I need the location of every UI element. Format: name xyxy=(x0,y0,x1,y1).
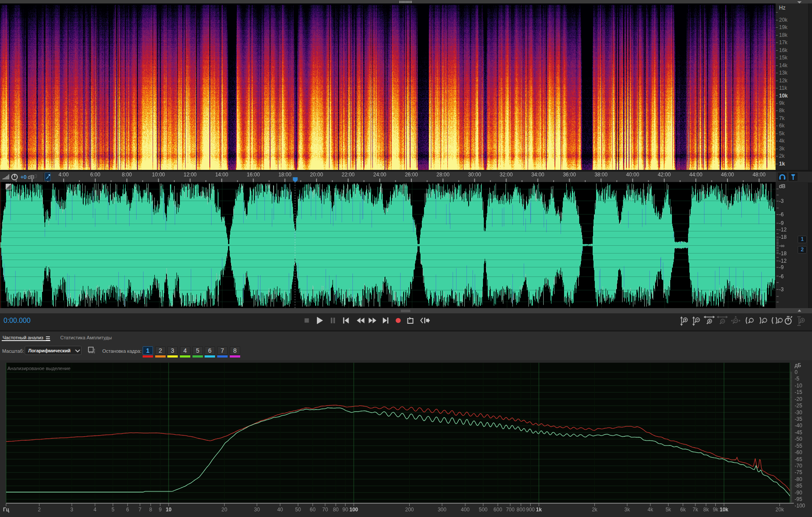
svg-text:-65: -65 xyxy=(795,456,802,462)
svg-text:-40: -40 xyxy=(795,423,802,429)
svg-text:-25: -25 xyxy=(795,403,802,409)
svg-text:300: 300 xyxy=(438,507,447,513)
svg-text:-55: -55 xyxy=(795,443,802,449)
svg-text:1k: 1k xyxy=(536,507,542,513)
svg-text:2: 2 xyxy=(38,507,41,513)
svg-text:9k: 9k xyxy=(713,507,719,513)
svg-text:-50: -50 xyxy=(795,436,802,442)
svg-text:5: 5 xyxy=(111,507,114,513)
svg-text:-10: -10 xyxy=(795,383,802,389)
svg-text:-85: -85 xyxy=(795,483,802,489)
svg-text:70: 70 xyxy=(322,507,328,513)
svg-text:8k: 8k xyxy=(703,507,709,513)
svg-text:дБ: дБ xyxy=(795,362,801,368)
svg-text:6k: 6k xyxy=(680,507,686,513)
svg-text:-30: -30 xyxy=(795,410,802,416)
svg-text:40: 40 xyxy=(277,507,283,513)
svg-text:200: 200 xyxy=(405,507,414,513)
svg-text:Гц: Гц xyxy=(3,507,10,513)
svg-text:4: 4 xyxy=(94,507,97,513)
svg-text:0: 0 xyxy=(795,369,798,375)
svg-text:900: 900 xyxy=(526,507,535,513)
svg-text:20: 20 xyxy=(222,507,228,513)
svg-text:100: 100 xyxy=(349,507,358,513)
svg-text:-70: -70 xyxy=(795,463,802,469)
svg-text:20k: 20k xyxy=(776,507,784,513)
svg-text:4k: 4k xyxy=(648,507,654,513)
svg-text:50: 50 xyxy=(295,507,301,513)
svg-text:3: 3 xyxy=(70,507,73,513)
svg-text:800: 800 xyxy=(517,507,525,513)
svg-text:-90: -90 xyxy=(795,490,802,496)
svg-text:10k: 10k xyxy=(720,507,728,513)
svg-text:5k: 5k xyxy=(665,507,672,513)
svg-text:-95: -95 xyxy=(795,496,802,502)
svg-text:7k: 7k xyxy=(693,507,699,513)
svg-text:-100: -100 xyxy=(795,503,805,509)
svg-text:600: 600 xyxy=(493,507,502,513)
svg-text:80: 80 xyxy=(333,507,339,513)
svg-text:400: 400 xyxy=(461,507,470,513)
svg-text:-75: -75 xyxy=(795,469,802,475)
svg-text:-20: -20 xyxy=(795,396,802,402)
svg-text:10: 10 xyxy=(166,507,172,513)
svg-text:-15: -15 xyxy=(795,389,802,395)
svg-text:700: 700 xyxy=(506,507,515,513)
svg-text:-45: -45 xyxy=(795,429,802,436)
svg-text:9: 9 xyxy=(159,507,162,513)
svg-text:7: 7 xyxy=(139,507,142,513)
svg-text:60: 60 xyxy=(310,507,316,513)
svg-text:8: 8 xyxy=(149,507,152,513)
svg-text:2k: 2k xyxy=(592,507,598,513)
svg-text:-5: -5 xyxy=(795,376,799,382)
svg-text:Анализированое выделение: Анализированое выделение xyxy=(7,366,71,371)
svg-text:-80: -80 xyxy=(795,476,802,482)
svg-text:30: 30 xyxy=(254,507,260,513)
svg-text:-60: -60 xyxy=(795,449,802,455)
svg-text:6: 6 xyxy=(126,507,129,513)
svg-text:3k: 3k xyxy=(624,507,630,513)
svg-text:500: 500 xyxy=(479,507,487,513)
svg-text:-35: -35 xyxy=(795,416,802,422)
svg-text:90: 90 xyxy=(342,507,349,513)
